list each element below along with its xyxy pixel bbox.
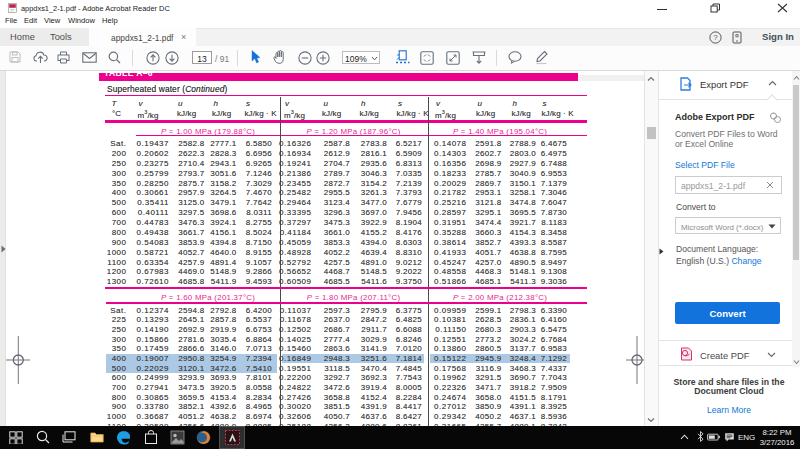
svg-text:?: ? (713, 33, 718, 42)
